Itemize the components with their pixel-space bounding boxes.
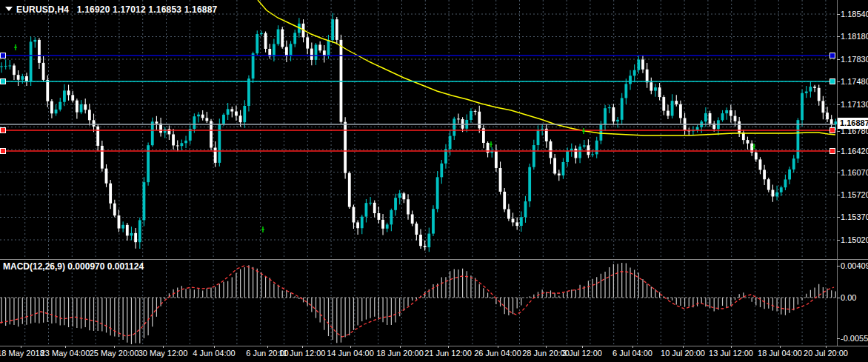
candle-body [788,170,791,180]
candle-body [470,111,473,120]
candle-body [767,179,770,190]
candle-body [143,182,146,220]
time-axis-label: 25 May 20:00 [90,349,139,358]
candle-body [361,217,364,229]
candle-body [227,109,230,115]
candle-body [252,53,255,78]
candle-body [205,118,208,121]
time-axis-label: 26 Jun 04:00 [474,349,521,358]
candle-body [515,222,518,226]
price-axis-tick [837,172,840,173]
candle-body [503,192,506,210]
macd-axis-tick [837,266,840,267]
time-axis-label: 11 Jun 12:00 [279,349,326,358]
resistance-cyan-handle[interactable] [1,79,6,84]
candle-body [386,224,389,228]
support-red-2-handle[interactable] [1,149,6,154]
time-axis-tick [780,346,781,348]
resistance-blue-handle[interactable] [830,53,835,58]
chart-dropdown-icon[interactable] [5,7,13,11]
candle-body [528,167,531,201]
macd-indicator-label: MACD(12,26,9) 0.000970 0.001124 [3,261,144,272]
time-axis-label: 10 Jul 20:00 [661,349,705,358]
candle-body [172,134,175,145]
time-axis-label: 23 May 04:00 [41,349,90,358]
candle-body [210,121,213,147]
candle-body [512,218,515,222]
candle-body [650,82,652,90]
candle-body [76,101,79,113]
candle-body [730,110,732,116]
candle-body [138,220,141,242]
time-axis-tick [632,346,633,348]
mt4-chart-window: EURUSD,H4 1.16920 1.17012 1.16853 1.1688… [0,0,868,362]
time-axis-tick [826,346,827,348]
candle-body [310,49,313,60]
candle-body [755,152,758,159]
candle-body [725,110,728,113]
time-axis-label: 18 May 2018 [0,349,44,358]
chart-title-ohlc: EURUSD,H4 1.16920 1.17012 1.16853 1.1688… [16,4,217,15]
candle-body [394,198,397,210]
candle-body [63,90,66,101]
candle-body [809,87,812,91]
macd-axis-label: -0.005576 [841,334,868,343]
candle-body [306,37,309,48]
candle-body [4,66,7,67]
candle-body [436,177,439,209]
candle-body [277,30,280,44]
price-axis-tick [837,195,840,195]
candle-body [658,87,661,97]
candle-body [427,234,430,247]
candle-body [550,141,552,158]
candle-body [176,145,179,146]
candle-body [378,213,381,220]
candle-body [235,112,238,116]
candle-body [591,154,594,155]
moving-average-line [258,0,835,135]
candle-body [247,78,250,106]
candle-body [792,158,795,170]
price-axis-label: 1.15720 [841,190,868,199]
candle-body [763,170,766,179]
price-axis-label: 1.16420 [841,147,868,155]
macd-axis-tick [837,298,840,298]
candle-body [629,76,632,84]
candle-body [88,110,91,120]
time-axis-label: 3 Jul 12:00 [562,349,602,358]
candle-body [121,225,124,229]
candle-body [520,217,523,226]
candle-body [734,116,737,121]
candle-body [126,225,129,236]
price-chart-canvas[interactable] [0,0,837,346]
candle-body [344,122,347,173]
candle-body [180,143,183,146]
candle-body [230,109,233,111]
candle-body [599,125,602,141]
resistance-cyan-handle[interactable] [830,79,835,84]
candle-body [641,59,644,69]
time-axis-label: 14 Jun 04:00 [327,349,374,358]
candle-body [80,104,83,113]
resistance-blue-handle[interactable] [1,53,6,58]
candle-body [369,203,372,204]
candle-body [331,19,334,40]
candle-body [25,76,28,81]
candle-body [222,115,225,124]
candle-body [608,107,611,108]
candle-body [821,101,824,113]
time-axis-tick [214,346,215,348]
candle-body [59,102,61,110]
candle-body [784,179,787,187]
candle-body [411,215,414,224]
support-red-1-handle[interactable] [830,128,835,133]
candle-body [775,192,778,197]
time-axis-tick [350,346,351,348]
candle-body [533,145,535,167]
candle-body [46,80,49,101]
support-red-1-handle[interactable] [1,128,6,133]
candle-body [93,120,96,126]
candle-body [264,33,267,49]
support-red-2-handle[interactable] [830,149,835,154]
panel-separator[interactable] [0,259,868,260]
